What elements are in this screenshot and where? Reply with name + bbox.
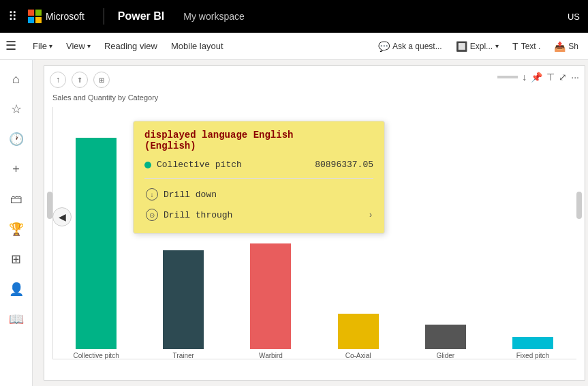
scroll-handle-right[interactable] (576, 192, 582, 219)
bar-group-glider: Glider (402, 325, 489, 359)
bar-label-glider: Glider (436, 352, 454, 359)
bar-warbird[interactable] (250, 243, 291, 349)
view-label: View (66, 41, 85, 51)
share-btn[interactable]: 📤 Sh (550, 38, 583, 55)
bar-label-warbird: Warbird (259, 352, 283, 359)
nav-divider (104, 8, 104, 25)
sidebar-goals[interactable]: 🏆 (3, 216, 30, 243)
chart-controls-left: ↑ ⇑ ⊞ (50, 72, 110, 88)
drill-through-label: Drill through (164, 210, 364, 220)
bar-label-coaxial: Co-Axial (345, 352, 371, 359)
filter-icon[interactable]: ⊤ (546, 72, 555, 83)
left-sidebar: ⌂ ☆ 🕐 + 🗃 🏆 ⊞ 👤 📖 (0, 60, 33, 386)
tooltip-popup: displayed language English (English) Col… (133, 121, 385, 234)
bar-trainer[interactable] (163, 250, 204, 349)
tooltip-data-row: Collective pitch 80896337.05 (144, 157, 373, 173)
workspace-label: My workspace (183, 11, 244, 22)
drill-up-btn[interactable]: ↑ (50, 72, 66, 88)
sidebar-home[interactable]: ⌂ (3, 65, 30, 93)
bar-label-fixedpitch: Fixed pitch (516, 352, 549, 359)
tooltip-value: 80896337.05 (315, 160, 373, 170)
explore-icon: 🔲 (456, 41, 467, 52)
microsoft-text: Microsoft (46, 11, 84, 22)
sidebar-people[interactable]: 👤 (3, 276, 30, 303)
tooltip-key: Collective pitch (157, 160, 309, 170)
mobile-layout-menu[interactable]: Mobile layout (166, 38, 229, 54)
scroll-handle-left[interactable] (47, 192, 52, 219)
drill-through-icon: ⊙ (146, 209, 158, 221)
pin-icon[interactable]: 📌 (531, 72, 542, 83)
bar-group-warbird: Warbird (227, 243, 314, 359)
hamburger-icon[interactable]: ☰ (5, 38, 16, 53)
bar-glider[interactable] (425, 325, 466, 349)
reading-view-label: Reading view (104, 41, 157, 51)
text-btn[interactable]: T Text . (508, 38, 544, 55)
bar-group-fixedpitch: Fixed pitch (489, 337, 576, 359)
bar-group-trainer: Trainer (140, 250, 227, 359)
sidebar-data[interactable]: 🗃 (3, 185, 30, 213)
mobile-layout-label: Mobile layout (171, 41, 223, 51)
chat-icon: 💬 (378, 41, 390, 52)
tooltip-divider (144, 178, 373, 179)
tooltip-title-line2: (English) (144, 140, 196, 151)
sidebar-apps[interactable]: ⊞ (3, 246, 30, 273)
view-chevron: ▾ (87, 42, 91, 50)
reading-view-menu[interactable]: Reading view (99, 38, 163, 54)
file-chevron: ▾ (49, 42, 52, 50)
top-nav: ⠿ Power BI Microsoft Power BI My workspa… (0, 0, 588, 33)
tooltip-dot (144, 162, 151, 168)
chart-controls-right: ↓ 📌 ⊤ ⤢ ··· (497, 72, 579, 83)
explore-btn[interactable]: 🔲 Expl... ▾ (452, 38, 503, 55)
user-label: US (568, 12, 580, 22)
download-icon[interactable]: ↓ (522, 72, 527, 83)
bar-fixedpitch[interactable] (512, 337, 553, 349)
text-label: Text . (521, 42, 541, 51)
expand-all-btn[interactable]: ⊞ (93, 72, 110, 88)
view-menu[interactable]: View ▾ (61, 38, 96, 54)
bar-group-coaxial: Co-Axial (315, 314, 402, 359)
report-canvas: ↑ ⇑ ⊞ ↓ 📌 ⊤ ⤢ ··· Sales and Quantity by … (44, 65, 585, 381)
explore-label: Expl... (470, 42, 493, 51)
file-menu[interactable]: File ▾ (27, 38, 58, 54)
drill-through-action[interactable]: ⊙ Drill through › (144, 205, 373, 225)
back-button[interactable]: ◀ (52, 207, 72, 226)
ask-question-label: Ask a quest... (392, 42, 442, 51)
main-area: ↑ ⇑ ⊞ ↓ 📌 ⊤ ⤢ ··· Sales and Quantity by … (33, 60, 588, 386)
apps-icon[interactable]: ⠿ (8, 9, 17, 24)
share-label: Sh (568, 42, 578, 51)
drag-handle (497, 76, 518, 78)
drill-down-action[interactable]: ↓ Drill down (144, 184, 373, 205)
menu-bar: ☰ File ▾ View ▾ Reading view Mobile layo… (0, 33, 588, 60)
microsoft-logo: Power BI Microsoft (28, 10, 84, 23)
drill-through-chevron: › (369, 210, 372, 220)
text-icon: T (512, 41, 519, 52)
ask-question-btn[interactable]: 💬 Ask a quest... (374, 38, 446, 55)
sidebar-learn[interactable]: 📖 (3, 306, 30, 333)
drill-down-icon: ↓ (146, 188, 158, 201)
sidebar-create[interactable]: + (3, 155, 30, 183)
bar-label-collective: Collective pitch (73, 352, 119, 359)
drill-mode-btn[interactable]: ⇑ (72, 72, 88, 88)
sidebar-favorites[interactable]: ☆ (3, 95, 30, 123)
tooltip-title-line1: displayed language English (144, 130, 293, 140)
app-name-label: Power BI (118, 10, 164, 23)
menu-bar-right: 💬 Ask a quest... 🔲 Expl... ▾ T Text . 📤 … (374, 38, 583, 55)
drill-down-label: Drill down (164, 190, 372, 200)
more-icon[interactable]: ··· (571, 72, 579, 83)
sidebar-recent[interactable]: 🕐 (3, 125, 30, 153)
bar-coaxial[interactable] (338, 314, 379, 349)
bar-label-trainer: Trainer (173, 352, 194, 359)
bar-group-collective: Collective pitch (52, 138, 140, 359)
file-label: File (33, 41, 47, 51)
share-icon: 📤 (554, 41, 566, 52)
explore-chevron: ▾ (495, 42, 499, 50)
bar-collective[interactable] (76, 138, 117, 349)
focus-icon[interactable]: ⤢ (559, 72, 567, 83)
tooltip-title: displayed language English (English) (144, 130, 373, 151)
